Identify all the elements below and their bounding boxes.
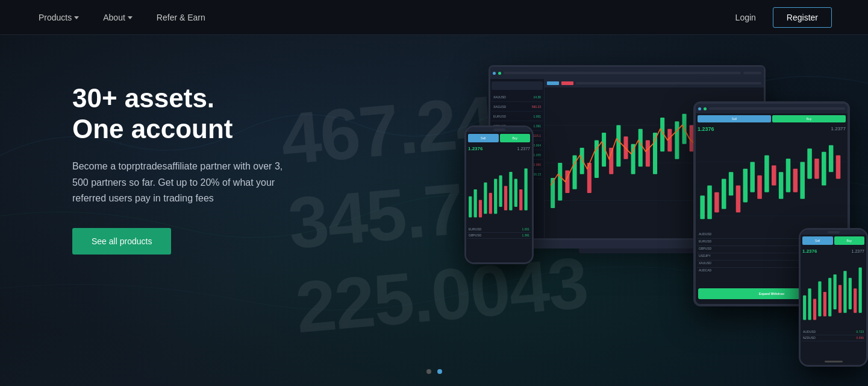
svg-rect-69 (822, 152, 826, 186)
svg-rect-64 (786, 159, 791, 192)
phone-notch-right (801, 230, 866, 235)
register-button[interactable]: Register (773, 7, 832, 28)
svg-rect-79 (838, 285, 841, 312)
svg-rect-26 (675, 121, 679, 159)
svg-rect-71 (836, 155, 841, 179)
ts-toolbar (545, 79, 764, 87)
ts-dot1 (493, 72, 496, 75)
svg-rect-37 (469, 197, 472, 218)
hero-headline: 30+ assets. One account (72, 83, 301, 144)
about-chevron-icon (128, 16, 133, 19)
svg-rect-83 (859, 267, 862, 312)
login-button[interactable]: Login (728, 8, 763, 27)
tablet-buy: Buy (772, 115, 846, 122)
svg-rect-75 (818, 282, 821, 317)
phone-right-pair-row1: AUDUSD 0.723 (802, 329, 865, 335)
tablet-buysell: Sell Buy (696, 113, 848, 124)
nav-products-label: Products (39, 13, 72, 22)
pagination-dots (426, 369, 442, 374)
ts-ticker (576, 82, 761, 84)
phone-buysell-right: Sell Buy (801, 235, 866, 247)
svg-rect-46 (514, 179, 517, 207)
tablet-chart (696, 134, 848, 230)
svg-rect-66 (800, 162, 805, 199)
svg-rect-56 (729, 172, 734, 195)
svg-rect-60 (757, 176, 762, 199)
pagination-dot-1[interactable] (426, 369, 431, 374)
ts-filter-row (492, 81, 543, 90)
hero-headline-line1: 30+ assets. (72, 83, 214, 113)
svg-rect-78 (834, 274, 837, 309)
ts-header-tablet (696, 104, 848, 113)
ts-bar (504, 72, 741, 74)
svg-rect-48 (525, 168, 528, 210)
device-phone-right: Sell Buy 1.2376 1.2377 (799, 228, 868, 367)
navbar: Products About Refer & Earn Login Regist… (0, 0, 868, 35)
svg-rect-70 (829, 145, 834, 172)
ts-row-eurusd: EURUSD1.001 (492, 112, 543, 121)
phone-sell-left: Sell (468, 134, 499, 142)
nav-about[interactable]: About (101, 8, 135, 27)
svg-rect-43 (499, 176, 502, 207)
phone-pair-row2: GBPUSD 1.391 (467, 233, 531, 239)
phone-buysell-left: Sell Buy (466, 132, 532, 144)
phone-chart-left (466, 153, 532, 226)
ts-dot2 (498, 72, 501, 75)
hero-devices: XAUUSD14.30 XAGUSD590.23 EURUSD1.001 GBP… (464, 53, 850, 367)
nav-right: Login Register (728, 7, 832, 28)
nav-refer-earn-label: Refer & Earn (157, 13, 205, 22)
see-all-products-button[interactable]: See all products (72, 228, 171, 255)
svg-point-5 (451, 215, 453, 217)
svg-rect-44 (504, 186, 507, 210)
hero-section: 467.2483 345.7475 225.0043 30+ assets. O… (0, 35, 868, 386)
ts-sell-btn (561, 81, 573, 85)
trading-screen-phone-right: Sell Buy 1.2376 1.2377 (801, 230, 866, 365)
svg-rect-76 (823, 292, 826, 317)
phone-buy-left: Buy (500, 134, 531, 142)
svg-rect-81 (849, 278, 852, 309)
svg-rect-18 (616, 125, 620, 167)
ts-bar2 (743, 72, 761, 74)
phone-pair-row1: EURUSD 1.001 (467, 227, 531, 233)
products-chevron-icon (74, 16, 79, 19)
svg-rect-59 (750, 162, 755, 192)
hero-body-text: Become a toprptradesaffiliate partner wi… (72, 159, 301, 206)
nav-products[interactable]: Products (36, 8, 81, 27)
svg-rect-65 (793, 169, 798, 192)
hero-headline-line2: One account (72, 114, 233, 144)
phone-chart-svg-right (802, 257, 865, 327)
pagination-dot-2[interactable] (437, 369, 442, 374)
tablet-price-row: 1.2376 1.2377 (696, 124, 848, 134)
hero-content: 30+ assets. One account Become a toprptr… (72, 83, 301, 255)
svg-rect-10 (558, 163, 562, 201)
nav-refer-earn[interactable]: Refer & Earn (154, 8, 208, 27)
tablet-chart-svg (697, 135, 846, 229)
svg-rect-73 (808, 288, 811, 320)
nav-about-label: About (103, 13, 125, 22)
ts-dot-tablet2 (704, 107, 707, 110)
ts-bar-tablet (709, 107, 845, 110)
svg-rect-42 (494, 179, 497, 214)
ts-header-laptop (490, 67, 764, 79)
svg-rect-80 (843, 271, 846, 313)
svg-rect-74 (813, 299, 816, 320)
laptop-stand (579, 248, 699, 253)
phone-home-bar-right (825, 361, 843, 362)
device-phone-left: Sell Buy 1.2376 1.2377 (464, 125, 534, 264)
ts-row-xagusd: XAGUSD590.23 (492, 102, 543, 112)
phone-price-left: 1.2376 1.2377 (466, 144, 532, 153)
svg-rect-58 (743, 169, 748, 203)
svg-rect-22 (646, 141, 650, 167)
phone-buy-right: Buy (834, 236, 865, 245)
phone-price-right: 1.2376 1.2377 (801, 247, 866, 256)
svg-rect-61 (764, 155, 769, 192)
phone-notch-left (466, 127, 532, 132)
phone-pairs-left: EURUSD 1.001 GBPUSD 1.391 (466, 226, 532, 240)
phone-chart-svg-left (467, 154, 531, 224)
nav-left: Products About Refer & Earn (36, 8, 208, 27)
svg-rect-13 (580, 148, 584, 174)
phone-sell-right: Sell (802, 236, 833, 245)
svg-rect-45 (509, 172, 512, 210)
svg-rect-54 (714, 192, 719, 212)
notch-bar (493, 128, 505, 131)
